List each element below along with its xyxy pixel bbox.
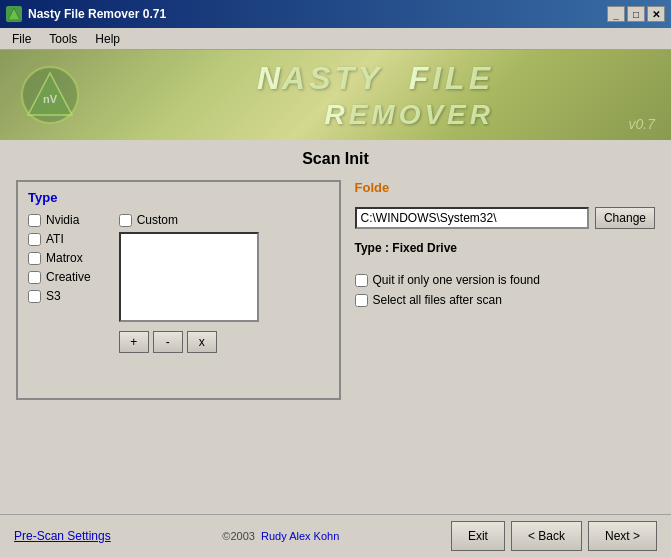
checkbox-ati-input[interactable]: [28, 233, 41, 246]
next-button[interactable]: Next >: [588, 521, 657, 551]
banner-text: nASTY fILE: [257, 60, 494, 97]
folder-path-input[interactable]: [355, 207, 589, 229]
add-button[interactable]: +: [119, 331, 149, 353]
custom-section: Custom + - x: [119, 213, 259, 353]
folder-input-row: Change: [355, 207, 656, 229]
menu-tools[interactable]: Tools: [41, 30, 85, 48]
custom-textarea[interactable]: [119, 232, 259, 322]
option-select-all-input[interactable]: [355, 294, 368, 307]
bottom-buttons: Exit < Back Next >: [451, 521, 657, 551]
checkbox-creative[interactable]: Creative: [28, 270, 91, 284]
checkbox-nvidia[interactable]: Nvidia: [28, 213, 91, 227]
custom-buttons: + - x: [119, 331, 259, 353]
checkbox-nvidia-input[interactable]: [28, 214, 41, 227]
copyright: ©2003 Rudy Alex Kohn: [111, 530, 451, 542]
type-panel: Type Nvidia ATI Matrox: [16, 180, 341, 400]
section-title: Scan Init: [16, 150, 655, 168]
option-quit-if-one-input[interactable]: [355, 274, 368, 287]
exit-button[interactable]: Exit: [451, 521, 505, 551]
svg-marker-0: [8, 8, 20, 20]
maximize-button[interactable]: □: [627, 6, 645, 22]
columns-layout: Type Nvidia ATI Matrox: [16, 180, 655, 400]
change-button[interactable]: Change: [595, 207, 655, 229]
close-button[interactable]: ✕: [647, 6, 665, 22]
menu-file[interactable]: File: [4, 30, 39, 48]
banner: nV nASTY fILE rEMOVER v0.7: [0, 50, 671, 140]
menu-help[interactable]: Help: [87, 30, 128, 48]
folder-panel-title: Folde: [355, 180, 656, 195]
type-panel-title: Type: [28, 190, 329, 205]
menu-bar: File Tools Help: [0, 28, 671, 50]
option-select-all[interactable]: Select all files after scan: [355, 293, 656, 307]
main-content: Scan Init Type Nvidia ATI: [0, 140, 671, 514]
checkbox-custom[interactable]: Custom: [119, 213, 259, 227]
folder-panel: Folde Change Type : Fixed Drive Quit if …: [355, 180, 656, 400]
checkbox-ati[interactable]: ATI: [28, 232, 91, 246]
window-controls: _ □ ✕: [607, 6, 665, 22]
remove-button[interactable]: -: [153, 331, 183, 353]
title-bar: Nasty File Remover 0.71 _ □ ✕: [0, 0, 671, 28]
banner-version: v0.7: [629, 116, 655, 132]
pre-scan-settings-link[interactable]: Pre-Scan Settings: [14, 529, 111, 543]
back-button[interactable]: < Back: [511, 521, 582, 551]
app-icon: [6, 6, 22, 22]
svg-text:nV: nV: [43, 93, 58, 105]
banner-text-2: rEMOVER: [257, 99, 494, 131]
clear-button[interactable]: x: [187, 331, 217, 353]
minimize-button[interactable]: _: [607, 6, 625, 22]
checkbox-s3-input[interactable]: [28, 290, 41, 303]
window-title: Nasty File Remover 0.71: [28, 7, 607, 21]
nvidia-logo: nV: [20, 65, 80, 125]
checkbox-s3[interactable]: S3: [28, 289, 91, 303]
checkbox-matrox-input[interactable]: [28, 252, 41, 265]
checkbox-matrox[interactable]: Matrox: [28, 251, 91, 265]
type-inner-layout: Nvidia ATI Matrox Creative: [28, 213, 329, 353]
checkbox-custom-input[interactable]: [119, 214, 132, 227]
bottom-bar: Pre-Scan Settings ©2003 Rudy Alex Kohn E…: [0, 514, 671, 557]
checkbox-creative-input[interactable]: [28, 271, 41, 284]
drive-type-label: Type : Fixed Drive: [355, 241, 656, 255]
option-quit-if-one[interactable]: Quit if only one version is found: [355, 273, 656, 287]
options-section: Quit if only one version is found Select…: [355, 273, 656, 307]
type-checkbox-list: Nvidia ATI Matrox Creative: [28, 213, 91, 345]
